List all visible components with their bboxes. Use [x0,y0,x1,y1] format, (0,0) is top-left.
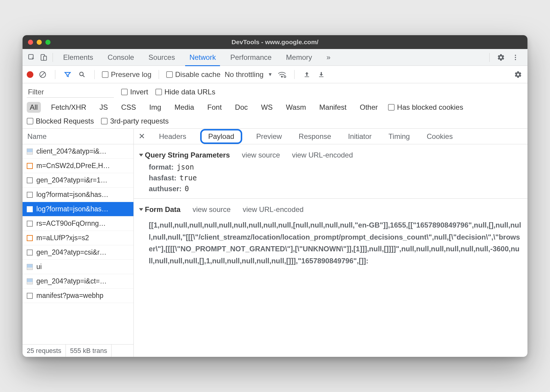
type-filter-wasm[interactable]: Wasm [283,102,309,113]
download-har-icon[interactable] [316,69,326,80]
hide-data-urls-checkbox[interactable]: Hide data URLs [155,88,215,96]
type-filter-media[interactable]: Media [171,102,197,113]
chevron-down-icon: ▼ [268,72,273,77]
tab-elements[interactable]: Elements [56,49,100,66]
detail-tab-initiator[interactable]: Initiator [345,131,375,142]
type-filter-font[interactable]: Font [204,102,225,113]
network-conditions-icon[interactable] [277,69,287,80]
detail-body: Query String Parameters view source view… [134,144,527,357]
inspect-element-icon[interactable] [26,51,38,63]
preserve-log-label: Preserve log [111,70,151,79]
separator [53,53,53,62]
hide-data-urls-label: Hide data URLs [164,88,215,96]
type-filter-all[interactable]: All [27,102,41,113]
type-filter-fetchxhr[interactable]: Fetch/XHR [48,102,89,113]
tab-console[interactable]: Console [100,49,141,66]
detail-tab-cookies[interactable]: Cookies [424,131,456,142]
separator [489,53,490,62]
request-row[interactable]: log?format=json&has… [23,202,133,216]
blocked-requests-checkbox[interactable]: Blocked Requests [27,117,94,125]
request-row[interactable]: manifest?pwa=webhp [23,289,133,303]
network-settings-gear-icon[interactable] [513,69,523,80]
separator [94,70,95,79]
upload-har-icon[interactable] [302,69,312,80]
request-name: manifest?pwa=webhp [36,292,103,300]
detail-tab-payload[interactable]: Payload [200,129,243,144]
tab-more-panels[interactable]: » [319,49,338,66]
settings-gear-icon[interactable] [495,51,507,63]
has-blocked-cookies-checkbox[interactable]: Has blocked cookies [388,103,463,112]
request-row[interactable]: log?format=json&has… [23,188,133,202]
request-name: client_204?&atyp=i&… [36,147,106,155]
devtools-window: DevTools - www.google.com/ Elements Cons… [23,35,527,357]
form-data-section-header[interactable]: Form Data view source view URL-encoded [134,203,527,216]
filter-input[interactable] [27,86,114,98]
type-filter-ws[interactable]: WS [258,102,276,113]
minimize-window-button[interactable] [37,40,42,45]
request-row[interactable]: gen_204?atyp=i&ct=… [23,274,133,289]
form-data-body: [[1,null,null,null,null,null,null,null,n… [134,216,527,267]
param-value: true [179,174,197,182]
filter-toggle-icon[interactable] [63,69,73,80]
param-value: json [177,163,194,171]
disclosure-triangle-icon [139,208,143,211]
detail-tab-response[interactable]: Response [296,131,334,142]
invert-checkbox[interactable]: Invert [121,88,148,96]
request-list: client_204?&atyp=i&…m=CnSW2d,DPreE,H…gen… [23,144,133,344]
tab-sources[interactable]: Sources [141,49,182,66]
detail-tabbar: ✕ HeadersPayloadPreviewResponseInitiator… [134,129,527,144]
network-content: Name client_204?&atyp=i&…m=CnSW2d,DPreE,… [23,129,527,357]
svg-rect-12 [304,76,309,77]
detail-tab-preview[interactable]: Preview [253,131,285,142]
type-filter-manifest[interactable]: Manifest [316,102,350,113]
request-row[interactable]: m=CnSW2d,DPreE,H… [23,159,133,173]
type-filter-js[interactable]: JS [96,102,111,113]
query-params-section-header[interactable]: Query String Parameters view source view… [134,149,527,162]
svg-point-8 [80,72,83,76]
type-filter-css[interactable]: CSS [118,102,139,113]
type-filter-img[interactable]: Img [146,102,164,113]
param-value: 0 [185,185,189,193]
param-key: format: [149,163,174,171]
type-filter-doc[interactable]: Doc [232,102,251,113]
close-window-button[interactable] [28,40,33,45]
clear-icon[interactable] [38,69,48,80]
request-row[interactable]: gen_204?atyp=csi&r… [23,245,133,260]
search-icon[interactable] [77,69,87,80]
request-name: gen_204?atyp=csi&r… [36,248,106,256]
request-row[interactable]: rs=ACT90oFqOrnng… [23,216,133,231]
record-button[interactable] [27,71,33,78]
view-url-encoded-link[interactable]: view URL-encoded [243,205,304,214]
view-source-link[interactable]: view source [242,151,280,159]
param-key: hasfast: [149,174,176,182]
tab-network[interactable]: Network [182,49,223,66]
panel-tabbar: Elements Console Sources Network Perform… [23,49,527,66]
more-menu-icon[interactable] [509,51,521,63]
svg-line-7 [41,72,45,76]
disclosure-triangle-icon [139,154,143,157]
tab-performance[interactable]: Performance [223,49,279,66]
tab-memory[interactable]: Memory [279,49,319,66]
script-file-icon [27,163,33,169]
device-toolbar-icon[interactable] [38,51,50,63]
request-name: ui [36,263,42,271]
request-name: rs=ACT90oFqOrnng… [36,219,106,228]
third-party-checkbox[interactable]: 3rd-party requests [101,117,169,125]
disable-cache-checkbox[interactable]: Disable cache [166,70,221,79]
doc-file-icon [27,250,33,256]
type-filter-other[interactable]: Other [357,102,381,113]
request-detail-panel: ✕ HeadersPayloadPreviewResponseInitiator… [134,129,527,357]
view-url-encoded-link[interactable]: view URL-encoded [292,151,353,159]
maximize-window-button[interactable] [45,40,50,45]
throttling-select[interactable]: No throttling ▼ [225,70,272,79]
request-row[interactable]: ui [23,260,133,274]
request-row[interactable]: client_204?&atyp=i&… [23,144,133,159]
close-detail-icon[interactable]: ✕ [139,132,145,141]
preserve-log-checkbox[interactable]: Preserve log [102,70,151,79]
request-row[interactable]: gen_204?atyp=i&r=1… [23,173,133,188]
request-row[interactable]: m=aLUfP?xjs=s2 [23,231,133,245]
detail-tab-timing[interactable]: Timing [386,131,413,142]
view-source-link[interactable]: view source [193,205,231,214]
detail-tab-headers[interactable]: Headers [156,131,189,142]
img-file-icon [27,149,33,155]
